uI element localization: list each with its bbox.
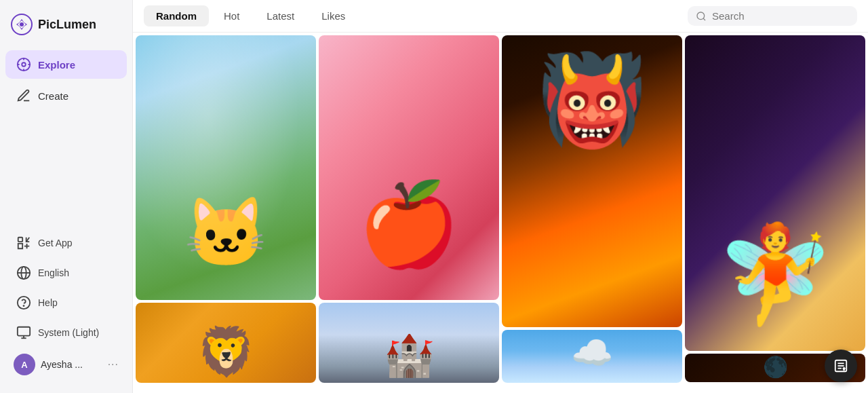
user-name: Ayesha ...: [41, 359, 102, 370]
sidebar-item-help[interactable]: Help: [5, 288, 127, 317]
list-item[interactable]: [502, 35, 682, 327]
gallery: [133, 33, 868, 393]
search-input[interactable]: [712, 10, 849, 22]
tab-likes[interactable]: Likes: [309, 5, 357, 26]
compass-icon: [16, 57, 31, 72]
create-label: Create: [38, 90, 68, 102]
sidebar-item-theme[interactable]: System (Light): [5, 318, 127, 347]
get-app-label: Get App: [38, 238, 73, 248]
sidebar-item-create[interactable]: Create: [5, 81, 127, 110]
svg-rect-8: [18, 238, 22, 242]
pen-icon: [16, 88, 31, 103]
svg-point-17: [697, 12, 705, 20]
sidebar-item-explore[interactable]: Explore: [5, 50, 127, 79]
sidebar-item-get-app[interactable]: Get App: [5, 229, 127, 257]
tab-random[interactable]: Random: [144, 5, 209, 26]
help-label: Help: [38, 297, 58, 308]
language-label: English: [38, 267, 69, 278]
gallery-column-0: [136, 35, 316, 383]
fab-button[interactable]: [825, 350, 857, 382]
svg-rect-14: [18, 327, 30, 336]
globe-icon: [16, 265, 31, 280]
explore-label: Explore: [38, 59, 75, 71]
svg-point-1: [20, 22, 24, 26]
sidebar: PicLumen Explore Create: [0, 0, 133, 393]
app-name: PicLumen: [38, 18, 96, 32]
note-icon: [833, 358, 848, 373]
piclumen-logo-icon: [11, 14, 33, 35]
search-box: [688, 6, 857, 26]
topbar: Random Hot Latest Likes: [133, 0, 868, 33]
tab-latest[interactable]: Latest: [254, 5, 307, 26]
gallery-grid: [133, 33, 868, 386]
list-item[interactable]: [319, 35, 499, 300]
user-area[interactable]: A Ayesha ... ···: [5, 348, 127, 381]
search-icon: [696, 11, 707, 22]
svg-point-2: [18, 58, 30, 71]
user-options-icon[interactable]: ···: [108, 358, 119, 371]
svg-point-3: [22, 62, 26, 67]
gallery-column-2: [502, 35, 682, 383]
monitor-icon: [16, 325, 31, 340]
gallery-column-1: [319, 35, 499, 383]
theme-label: System (Light): [38, 327, 99, 338]
list-item[interactable]: [319, 303, 499, 383]
list-item[interactable]: [136, 35, 316, 300]
sidebar-bottom: Get App English Help Syste: [0, 225, 132, 385]
list-item[interactable]: [136, 303, 316, 383]
svg-line-18: [703, 18, 705, 20]
list-item[interactable]: [502, 330, 682, 383]
avatar: A: [14, 354, 35, 375]
sidebar-item-language[interactable]: English: [5, 259, 127, 287]
help-icon: [16, 295, 31, 310]
main-content: Random Hot Latest Likes: [133, 0, 868, 393]
logo-area: PicLumen: [0, 8, 132, 49]
gallery-column-3: [685, 35, 865, 382]
list-item[interactable]: [685, 35, 865, 351]
download-icon: [16, 236, 31, 250]
tab-hot[interactable]: Hot: [212, 5, 252, 26]
